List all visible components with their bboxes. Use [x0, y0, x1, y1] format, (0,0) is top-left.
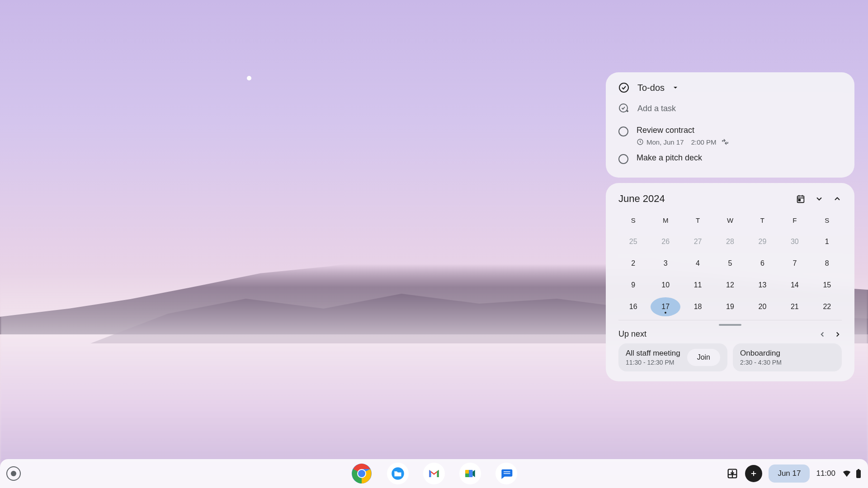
calendar-day[interactable]: 6 — [748, 254, 777, 273]
status-area[interactable]: Jun 17 11:00 — [726, 465, 862, 483]
svg-point-13 — [358, 470, 365, 477]
svg-rect-26 — [858, 469, 859, 470]
calendar-month-title: June 2024 — [618, 193, 665, 205]
event-title: All staff meeting — [626, 349, 680, 358]
task-title: Review contract — [637, 126, 729, 135]
battery-icon[interactable] — [855, 469, 862, 479]
calendar-day[interactable]: 5 — [715, 254, 745, 273]
task-date: Mon, Jun 17 — [646, 138, 684, 146]
calendar-day[interactable]: 4 — [683, 254, 712, 273]
calendar-prev-icon[interactable] — [815, 194, 824, 203]
repeat-icon — [721, 138, 729, 146]
calendar-day[interactable]: 21 — [780, 297, 809, 316]
calendar-day[interactable]: 7 — [780, 254, 809, 273]
upnext-section: Up next All staff meeting 11:30 - 12:30 … — [618, 320, 842, 371]
shelf: Jun 17 11:00 — [0, 459, 868, 488]
calendar-dayhead: W — [715, 213, 745, 230]
todos-title: To-dos — [637, 83, 665, 93]
svg-rect-17 — [465, 474, 469, 477]
task-check-icon — [618, 82, 629, 93]
svg-rect-9 — [798, 199, 800, 201]
calendar-day[interactable]: 10 — [651, 276, 680, 295]
task-title: Make a pitch deck — [637, 153, 702, 163]
task-checkbox[interactable] — [618, 154, 628, 164]
upnext-prev-icon[interactable] — [818, 330, 826, 338]
calendar-day[interactable]: 27 — [683, 232, 712, 251]
calendar-day[interactable]: 20 — [748, 297, 777, 316]
shelf-date[interactable]: Jun 17 — [769, 465, 810, 483]
svg-rect-18 — [469, 470, 472, 477]
calendar-day[interactable]: 17 — [651, 297, 680, 316]
calendar-dayhead: T — [683, 213, 712, 230]
upnext-next-icon[interactable] — [834, 330, 842, 338]
tote-icon[interactable] — [726, 467, 739, 480]
todos-header[interactable]: To-dos — [618, 82, 842, 93]
calendar-widget: June 2024 SMTWTFS25262728293012345678910… — [606, 183, 854, 381]
calendar-day[interactable]: 26 — [651, 232, 680, 251]
event-time: 2:30 - 4:30 PM — [740, 359, 782, 366]
calendar-dayhead: T — [748, 213, 777, 230]
notification-badge[interactable] — [745, 465, 762, 482]
svg-point-0 — [619, 83, 628, 92]
launcher-button[interactable] — [6, 466, 21, 481]
chrome-icon[interactable] — [351, 463, 373, 484]
calendar-dayhead: S — [618, 213, 648, 230]
event-card[interactable]: All staff meeting 11:30 - 12:30 PM Join — [618, 343, 727, 371]
task-checkbox[interactable] — [618, 127, 628, 136]
calendar-dayhead: F — [780, 213, 809, 230]
calendar-grid: SMTWTFS252627282930123456789101112131415… — [618, 213, 842, 316]
calendar-day[interactable]: 3 — [651, 254, 680, 273]
calendar-day[interactable]: 11 — [683, 276, 712, 295]
add-task-label: Add a task — [637, 104, 676, 113]
calendar-today-icon[interactable] — [796, 194, 806, 204]
upnext-title: Up next — [618, 329, 646, 339]
calendar-day[interactable]: 29 — [748, 232, 777, 251]
calendar-day[interactable]: 16 — [618, 297, 648, 316]
calendar-next-icon[interactable] — [833, 194, 842, 203]
task-item[interactable]: Review contract Mon, Jun 17 2:00 PM — [618, 122, 842, 150]
wifi-icon[interactable] — [842, 469, 852, 479]
clock-icon — [637, 138, 644, 145]
plus-icon — [750, 469, 758, 478]
calendar-day[interactable]: 15 — [812, 276, 842, 295]
meet-icon[interactable] — [459, 463, 481, 484]
add-task-icon — [618, 103, 629, 114]
gmail-icon[interactable] — [423, 463, 445, 484]
shelf-apps — [351, 463, 517, 484]
calendar-day[interactable]: 12 — [715, 276, 745, 295]
wallpaper-moon — [247, 76, 251, 80]
add-task-button[interactable]: Add a task — [618, 101, 842, 116]
upnext-drag-handle[interactable] — [719, 324, 741, 326]
files-icon[interactable] — [387, 463, 409, 484]
messages-icon[interactable] — [495, 463, 517, 484]
event-card[interactable]: Onboarding 2:30 - 4:30 PM — [733, 343, 842, 371]
calendar-day[interactable]: 18 — [683, 297, 712, 316]
calendar-day[interactable]: 13 — [748, 276, 777, 295]
event-dot — [665, 312, 666, 314]
task-time: 2:00 PM — [691, 138, 717, 146]
calendar-day[interactable]: 2 — [618, 254, 648, 273]
task-item[interactable]: Make a pitch deck — [618, 150, 842, 168]
event-time: 11:30 - 12:30 PM — [626, 359, 680, 366]
calendar-dayhead: S — [812, 213, 842, 230]
calendar-day[interactable]: 22 — [812, 297, 842, 316]
join-button[interactable]: Join — [687, 349, 720, 366]
dropdown-caret-icon — [673, 85, 678, 90]
shelf-time[interactable]: 11:00 — [816, 469, 835, 478]
calendar-day[interactable]: 19 — [715, 297, 745, 316]
calendar-dayhead: M — [651, 213, 680, 230]
calendar-day[interactable]: 14 — [780, 276, 809, 295]
calendar-day[interactable]: 1 — [812, 232, 842, 251]
svg-rect-16 — [465, 470, 469, 474]
calendar-day[interactable]: 30 — [780, 232, 809, 251]
calendar-day[interactable]: 28 — [715, 232, 745, 251]
todos-widget: To-dos Add a task Review contract Mon, J… — [606, 72, 854, 178]
calendar-day[interactable]: 8 — [812, 254, 842, 273]
event-title: Onboarding — [740, 349, 782, 358]
svg-rect-25 — [856, 470, 861, 478]
calendar-day[interactable]: 9 — [618, 276, 648, 295]
calendar-day[interactable]: 25 — [618, 232, 648, 251]
